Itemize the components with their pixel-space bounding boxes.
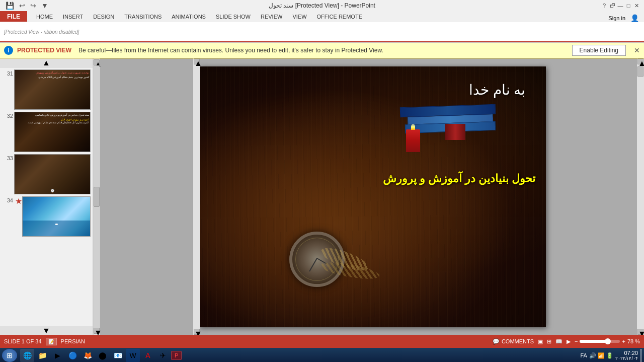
pocket-watch-decoration [279,216,370,297]
right-scroll-thumb[interactable] [637,66,643,77]
slide-star-34: ★ [15,196,22,206]
redo-icon[interactable]: ↪ [29,2,38,10]
file-tab[interactable]: FILE [0,11,27,22]
window-controls[interactable]: ? 🗗 — □ ✕ [601,2,640,9]
taskbar-chrome-icon[interactable]: 🔵 [65,349,79,362]
slide-info: SLIDE 1 OF 34 [4,338,42,344]
main-slide-area: ▲ ▼ به [100,58,644,335]
slide-panel-inner: 31 توجه به ضرورت سند تحول بنیادین آموزش … [0,67,93,326]
slide-panel: ▲ 31 توجه به ضرورت سند تحول بنیادین آموز… [0,58,93,335]
tab-animations[interactable]: ANIMATIONS [167,11,211,22]
status-right: 💬 COMMENTS ▣ ⊞ 📖 ▶ − + 78 % [493,338,640,345]
systray-icons: 🔊 📶 🔋 [589,352,613,359]
taskbar-app6-icon[interactable]: ⬤ [96,349,110,362]
slide-item-32[interactable]: 32 سند تحول بنیادین در آموزش و پرورش قان… [2,112,91,152]
maximize-btn[interactable]: □ [625,2,632,9]
taskbar: ⊞ 🌐 📁 ▶ 🔵 🦊 ⬤ 📧 W A ✈ P FA 🔊 📶 🔋 07:20 ۲… [0,348,644,362]
main-scrollbar-right[interactable]: ▲ ▼ [637,58,644,335]
slide-title-text: به نام خدا [469,82,526,98]
tab-office-remote[interactable]: OFFICE REMOTE [312,11,367,22]
taskbar-ie-icon[interactable]: 🌐 [20,349,34,362]
right-scroll-up[interactable]: ▲ [637,58,643,64]
window-title: سند تحول [Protected View] - PowerPoint [269,2,375,9]
tab-design[interactable]: DESIGN [88,11,119,22]
slide-thumb-33[interactable]: ⌚ [14,154,91,194]
slide-thumb-32[interactable]: سند تحول بنیادین در آموزش و پرورش قانون … [14,112,91,152]
zoom-in-btn[interactable]: + [622,338,625,344]
main-scrollbar-v[interactable]: ▲ ▼ [193,58,200,335]
tab-transitions[interactable]: TRANSITIONS [119,11,167,22]
ribbon: FILE HOME INSERT DESIGN TRANSITIONS ANIM… [0,11,644,43]
show-desktop-btn[interactable] [640,349,642,362]
slide-item-31[interactable]: 31 توجه به ضرورت سند تحول بنیادین آموزش … [2,69,91,110]
scrollbar-down-btn[interactable]: ▼ [94,328,100,334]
slide-sorter-icon[interactable]: ⊞ [547,338,551,345]
tab-home[interactable]: HOME [31,11,58,22]
normal-view-icon[interactable]: ▣ [538,338,543,345]
tab-slideshow[interactable]: SLIDE SHOW [211,11,256,22]
title-bar: 💾 ↩ ↪ ▼ سند تحول [Protected View] - Powe… [0,0,644,11]
taskbar-firefox-icon[interactable]: 🦊 [80,349,95,362]
tab-insert[interactable]: INSERT [58,11,88,22]
slide-number-34: 34 [2,196,13,203]
slide-number-33: 33 [2,154,13,161]
slide-thumb-34[interactable]: 🏔 [22,196,91,237]
enable-editing-button[interactable]: Enable Editing [572,45,626,56]
scroll-up-btn[interactable]: ▲ [0,58,93,67]
slide-thumb-31[interactable]: توجه به ضرورت سند تحول بنیادین آموزش و پ… [14,69,91,110]
taskbar-media-icon[interactable]: ▶ [50,349,64,362]
taskbar-left: ⊞ 🌐 📁 ▶ 🔵 🦊 ⬤ 📧 W A ✈ P [2,349,182,362]
main-scroll-up[interactable]: ▲ [194,58,200,64]
tab-review[interactable]: REVIEW [256,11,287,22]
close-bar-icon[interactable]: ✕ [634,46,640,54]
zoom-out-btn[interactable]: − [575,338,578,344]
taskbar-powerpoint-btn[interactable]: P [171,351,182,360]
info-icon: i [4,46,13,55]
zoom-control[interactable]: − + 78 % [575,338,640,344]
taskbar-acrobat-icon[interactable]: A [141,349,155,362]
quick-access-toolbar[interactable]: 💾 ↩ ↪ ▼ [4,2,50,10]
protected-view-bar: i PROTECTED VIEW Be careful—files from t… [0,43,644,58]
right-scroll-down[interactable]: ▼ [637,329,643,335]
panel-scrollbar[interactable]: ▲ ▼ [93,58,100,335]
protected-label: PROTECTED VIEW [17,47,71,54]
slide-number-32: 32 [2,112,13,119]
taskbar-time: 07:20 ۲۰۲۲/۱۴/۰۴ [615,350,638,361]
slide-main-text: تحول بنیادین در آموزش و پرورش [209,172,536,185]
close-btn[interactable]: ✕ [633,2,640,9]
slide-item-34[interactable]: 34 ★ 🏔 [2,196,91,237]
taskbar-telegram-icon[interactable]: ✈ [156,349,170,362]
reading-view-icon[interactable]: 📖 [555,338,562,345]
slide-background: به نام خدا تحول بنیادین در آموزش و پرورش [199,66,546,327]
tab-view[interactable]: VIEW [287,11,311,22]
sign-in-btn[interactable]: Sign in [603,14,630,22]
taskbar-right: FA 🔊 📶 🔋 07:20 ۲۰۲۲/۱۴/۰۴ [580,349,642,362]
taskbar-email-icon[interactable]: 📧 [111,349,125,362]
start-button[interactable]: ⊞ [2,349,17,362]
minimize-btn[interactable]: — [617,2,624,9]
ribbon-content-area: [Protected View - ribbon disabled] [4,29,79,35]
scroll-down-btn[interactable]: ▼ [0,326,93,335]
customize-icon[interactable]: ▼ [40,2,50,10]
protected-message: Be careful—files from the Internet can c… [78,47,568,54]
books-decoration [385,92,496,152]
language-indicator: PERSIAN [61,338,85,344]
slide-item-33[interactable]: 33 ⌚ [2,154,91,194]
taskbar-explorer-icon[interactable]: 📁 [35,349,49,362]
slide-number-31: 31 [2,69,13,77]
restore-btn[interactable]: 🗗 [609,2,616,9]
scrollbar-up-btn[interactable]: ▲ [94,59,100,65]
slideshow-icon[interactable]: ▶ [567,338,571,345]
slide-notes-icon[interactable]: 📝 [46,338,57,345]
user-icon: 👤 [630,14,639,22]
language-tray[interactable]: FA [580,352,587,358]
main-scroll-down[interactable]: ▼ [194,329,200,335]
scrollbar-thumb[interactable] [94,187,100,207]
save-icon[interactable]: 💾 [4,2,16,10]
comments-btn[interactable]: 💬 COMMENTS [493,338,534,345]
zoom-level: 78 % [627,338,640,344]
slide-container: به نام خدا تحول بنیادین در آموزش و پرورش [199,66,546,327]
help-btn[interactable]: ? [601,2,608,9]
undo-icon[interactable]: ↩ [18,2,27,10]
taskbar-word-icon[interactable]: W [126,349,140,362]
